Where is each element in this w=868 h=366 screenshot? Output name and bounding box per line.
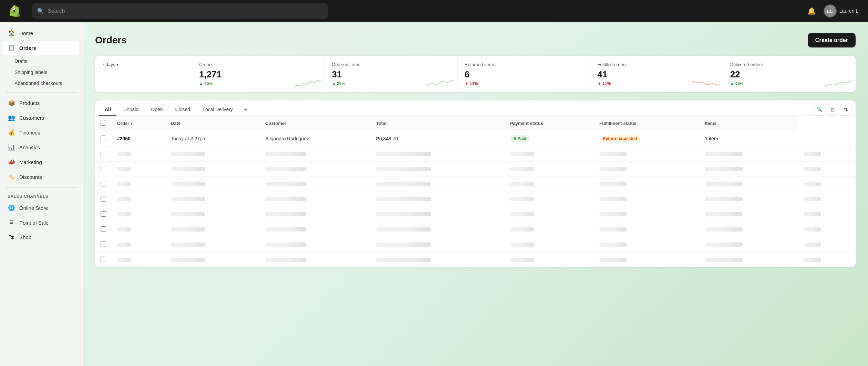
skeleton-bar [510,167,534,171]
row-checkbox[interactable] [101,181,106,186]
skeleton-bar [265,182,307,186]
add-tab-button[interactable]: + [241,105,250,115]
sidebar-item-online-store[interactable]: 🌐 Online Store [3,201,80,215]
sidebar-item-customers[interactable]: 👥 Customers [3,111,80,125]
search-filter-button[interactable]: 🔍 [814,104,825,116]
skeleton-bar [510,182,534,186]
tab-local-delivery[interactable]: Local Delivery [197,104,238,116]
stat-period-card[interactable]: 7 days ▾ [95,56,192,92]
sidebar-item-shipping-labels[interactable]: Shipping labels [10,67,80,78]
sidebar-label-online-store: Online Store [19,205,48,211]
row-checkbox-cell[interactable] [95,222,112,237]
th-date: Date [165,116,260,131]
sidebar-item-home[interactable]: 🏠 Home [3,26,80,40]
sidebar-item-marketing[interactable]: 📣 Marketing [3,155,80,169]
row-checkbox-cell[interactable] [95,147,112,162]
skeleton-cell [260,252,371,268]
skeleton-cell [798,207,856,222]
skeleton-cell [594,177,699,192]
sort-button[interactable]: ⇅ [840,104,851,116]
sidebar-item-orders[interactable]: 📋 Orders [3,41,80,55]
tab-unpaid[interactable]: Unpaid [118,104,144,116]
products-icon: 📦 [8,99,15,107]
search-bar[interactable]: 🔍 [32,3,328,19]
sidebar-item-analytics[interactable]: 📊 Analytics [3,140,80,154]
user-menu[interactable]: LL Lauren L. [824,4,860,18]
skeleton-cell [798,192,856,207]
skeleton-cell [165,162,260,177]
skeleton-bar [705,182,743,186]
row-checkbox-cell[interactable] [95,131,112,147]
skeleton-cell [112,177,165,192]
tab-all[interactable]: All [99,104,116,116]
select-all-checkbox[interactable] [101,120,106,126]
table-row[interactable]: #2050 Today at 3:27pm Alejandro Rodrigue… [95,131,856,147]
skeleton-bar [376,167,431,171]
sales-channels-label: Sales channels [3,191,80,200]
finances-icon: 💰 [8,129,15,136]
sidebar-item-shop[interactable]: 🛍 Shop [3,230,80,244]
stats-row: 7 days ▾ Orders 1,271 ▲ 45% [95,56,856,92]
row-checkbox-cell[interactable] [95,162,112,177]
sidebar-item-products[interactable]: 📦 Products [3,96,80,110]
skeleton-bar [171,243,205,247]
skeleton-bar [171,167,205,171]
row-checkbox[interactable] [101,136,106,141]
th-order[interactable]: Order ▾ [112,116,165,131]
row-checkbox-cell[interactable] [95,207,112,222]
skeleton-bar [599,182,627,186]
th-items: Items [699,116,798,131]
row-checkbox-cell[interactable] [95,237,112,252]
row-checkbox[interactable] [101,226,106,232]
row-order[interactable]: #2050 [112,131,165,147]
order-link[interactable]: #2050 [117,136,131,141]
skeleton-bar [117,258,131,262]
orders-icon: 📋 [8,44,15,52]
skeleton-cell [699,252,798,268]
row-checkbox-cell[interactable] [95,252,112,268]
th-checkbox [95,116,112,131]
tab-closed[interactable]: Closed [170,104,196,116]
create-order-button[interactable]: Create order [808,33,856,47]
sidebar-item-discounts[interactable]: 🏷️ Discounts [3,170,80,184]
row-checkbox[interactable] [101,151,106,156]
skeleton-cell [505,237,594,252]
sidebar-label-products: Products [19,100,40,106]
skeleton-bar [117,243,131,247]
period-chevron-icon: ▾ [116,62,118,67]
row-checkbox[interactable] [101,211,106,217]
period-selector[interactable]: 7 days ▾ [102,62,185,67]
skeleton-bar [171,227,205,232]
sidebar-label-home: Home [19,30,33,36]
table-row [95,177,856,192]
search-input[interactable] [48,8,322,14]
ordered-sparkline [426,78,454,89]
row-checkbox-cell[interactable] [95,177,112,192]
skeleton-cell [699,147,798,162]
skeleton-cell [165,237,260,252]
filter-button[interactable]: ⊟ [827,104,838,116]
sidebar-item-finances[interactable]: 💰 Finances [3,126,80,140]
logo[interactable] [8,5,21,17]
down-arrow-icon: ▼ [465,81,469,86]
row-checkbox[interactable] [101,241,106,247]
sidebar-item-drafts[interactable]: Drafts [10,56,80,67]
row-payment-status: Paid [505,131,594,147]
skeleton-cell [371,222,505,237]
row-checkbox-cell[interactable] [95,192,112,207]
skeleton-cell [260,147,371,162]
skeleton-cell [165,192,260,207]
sidebar-item-abandoned-checkouts[interactable]: Abandoned checkouts [10,78,80,89]
pos-icon: 🖥 [8,219,15,226]
tab-open[interactable]: Open [145,104,168,116]
row-checkbox[interactable] [101,166,106,171]
skeleton-cell [798,147,856,162]
row-checkbox[interactable] [101,196,106,202]
sidebar-label-orders: Orders [19,45,36,51]
row-checkbox[interactable] [101,257,106,262]
sidebar-item-point-of-sale[interactable]: 🖥 Point of Sale [3,216,80,229]
notifications-button[interactable]: 🔔 [806,5,818,17]
skeleton-bar [510,197,534,201]
skeleton-bar [599,152,627,156]
main-content: Orders Create order 7 days ▾ Orders 1,27… [83,22,868,366]
